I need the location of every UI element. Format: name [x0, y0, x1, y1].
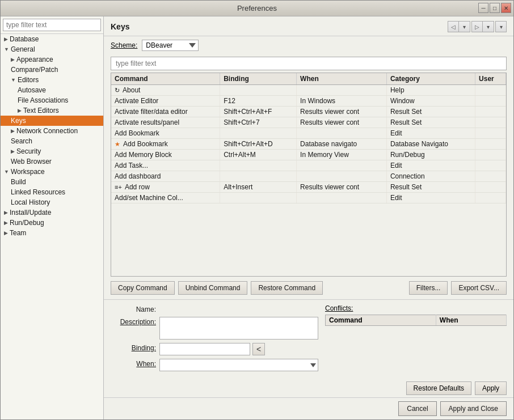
name-row: Name:	[111, 304, 318, 313]
cell-when: In Windows	[297, 96, 387, 107]
binding-input-row: <	[159, 343, 265, 355]
sidebar-item-editors[interactable]: ▼Editors	[1, 75, 103, 85]
cell-when: In Memory View	[297, 150, 387, 160]
sidebar-item-label-keys: Keys	[11, 117, 26, 125]
col-binding[interactable]: Binding	[220, 73, 297, 85]
sidebar-item-team[interactable]: ▶Team	[1, 228, 103, 238]
sidebar-item-autosave[interactable]: Autosave	[1, 85, 103, 95]
scheme-label: Scheme:	[111, 41, 137, 49]
scheme-row: Scheme: DBeaver	[104, 36, 513, 54]
sidebar-item-build[interactable]: Build	[1, 177, 103, 187]
keys-table: Command Binding When Category User ↻ Abo…	[111, 73, 506, 203]
table-row[interactable]: ★ Add BookmarkShift+Ctrl+Alt+DDatabase n…	[111, 139, 506, 150]
copy-command-button[interactable]: Copy Command	[111, 281, 175, 295]
table-row[interactable]: Activate filter/data editorShift+Ctrl+Al…	[111, 107, 506, 117]
sidebar-item-install-update[interactable]: ▶Install/Update	[1, 207, 103, 218]
sidebar-item-label-local-history: Local History	[11, 198, 50, 206]
unbind-command-button[interactable]: Unbind Command	[178, 281, 248, 295]
cell-user	[475, 139, 506, 150]
sidebar-item-search[interactable]: Search	[1, 136, 103, 146]
cell-when: Results viewer cont	[297, 182, 387, 193]
conflicts-table: Command When	[325, 315, 507, 360]
description-input[interactable]	[159, 317, 318, 340]
table-row[interactable]: Add Task...Edit	[111, 160, 506, 171]
command-name: Add Bookmark	[123, 140, 168, 148]
col-command[interactable]: Command	[111, 73, 220, 85]
restore-command-button[interactable]: Restore Command	[251, 281, 323, 295]
sidebar-item-general[interactable]: ▼General	[1, 44, 103, 54]
cell-when: Results viewer cont	[297, 117, 387, 128]
sidebar-item-label-run-debug: Run/Debug	[10, 219, 44, 227]
filters-button[interactable]: Filters...	[409, 281, 448, 295]
forward-dropdown-button[interactable]: ▾	[483, 21, 494, 32]
table-row[interactable]: ≡+ Add rowAlt+InsertResults viewer contR…	[111, 182, 506, 193]
table-row[interactable]: Add dashboardConnection	[111, 171, 506, 182]
cell-user	[475, 128, 506, 139]
col-user[interactable]: User	[475, 73, 506, 85]
sidebar-item-run-debug[interactable]: ▶Run/Debug	[1, 218, 103, 228]
apply-close-button[interactable]: Apply and Close	[440, 401, 507, 416]
sidebar: ▶Database▼General▶AppearanceCompare/Patc…	[1, 16, 104, 419]
cell-user	[475, 193, 506, 203]
back-button[interactable]: ◁	[448, 21, 459, 32]
table-row[interactable]: Add/set Machine Col...Edit	[111, 193, 506, 203]
sidebar-item-appearance[interactable]: ▶Appearance	[1, 54, 103, 65]
binding-input[interactable]	[159, 343, 250, 355]
titlebar: Preferences ─ □ ✕	[1, 1, 513, 16]
tree-container: ▶Database▼General▶AppearanceCompare/Patc…	[1, 34, 103, 238]
sidebar-item-file-associations[interactable]: File Associations	[1, 95, 103, 105]
description-label: Description:	[111, 317, 156, 326]
cell-category: Result Set	[386, 182, 475, 193]
table-row[interactable]: Add BookmarkEdit	[111, 128, 506, 139]
sidebar-item-text-editors[interactable]: ▶Text Editors	[1, 105, 103, 116]
forward-button[interactable]: ▷	[471, 21, 483, 32]
bottom-bar: Cancel Apply and Close	[104, 397, 513, 419]
table-filter-input[interactable]	[111, 57, 507, 70]
cell-category: Edit	[386, 193, 475, 203]
conflicts-col-when: When	[436, 315, 506, 326]
cell-binding: Alt+Insert	[220, 182, 297, 193]
apply-button[interactable]: Apply	[475, 381, 507, 395]
minimize-button[interactable]: ─	[478, 3, 488, 13]
restore-defaults-button[interactable]: Restore Defaults	[406, 381, 471, 395]
sidebar-item-compare-patch[interactable]: Compare/Patch	[1, 65, 103, 75]
sidebar-item-label-team: Team	[10, 229, 26, 237]
tree-arrow-team: ▶	[4, 230, 8, 236]
right-panel: Keys ◁ ▾ ▷ ▾ ▾ Scheme: DB	[104, 16, 513, 419]
scheme-select[interactable]: DBeaver	[142, 40, 199, 51]
sidebar-item-label-linked-resources: Linked Resources	[11, 188, 65, 196]
table-row[interactable]: Add Memory BlockCtrl+Alt+MIn Memory View…	[111, 150, 506, 160]
binding-button[interactable]: <	[252, 343, 265, 355]
maximize-button[interactable]: □	[490, 3, 500, 13]
keys-table-container[interactable]: Command Binding When Category User ↻ Abo…	[111, 73, 507, 277]
sidebar-item-security[interactable]: ▶Security	[1, 146, 103, 156]
when-select[interactable]	[159, 359, 318, 371]
col-category[interactable]: Category	[386, 73, 475, 85]
panel-header: Keys ◁ ▾ ▷ ▾ ▾	[104, 16, 513, 36]
sidebar-item-web-browser[interactable]: Web Browser	[1, 156, 103, 167]
sidebar-item-linked-resources[interactable]: Linked Resources	[1, 187, 103, 197]
export-csv-button[interactable]: Export CSV...	[451, 281, 507, 295]
sidebar-item-label-file-associations: File Associations	[18, 96, 68, 104]
sidebar-filter-input[interactable]	[3, 19, 101, 31]
tree-arrow-network-connection: ▶	[11, 128, 15, 134]
tree-arrow-appearance: ▶	[11, 57, 15, 62]
sidebar-item-label-appearance: Appearance	[16, 56, 53, 63]
menu-button[interactable]: ▾	[495, 21, 507, 32]
sidebar-item-network-connection[interactable]: ▶Network Connection	[1, 126, 103, 136]
sidebar-item-workspace[interactable]: ▼Workspace	[1, 167, 103, 177]
sidebar-item-local-history[interactable]: Local History	[1, 197, 103, 207]
table-row[interactable]: Activate results/panelShift+Ctrl+7Result…	[111, 117, 506, 128]
cell-category: Result Set	[386, 107, 475, 117]
table-row[interactable]: Activate EditorF12In WindowsWindow	[111, 96, 506, 107]
sidebar-item-database[interactable]: ▶Database	[1, 34, 103, 44]
cancel-button[interactable]: Cancel	[398, 401, 436, 416]
col-when[interactable]: When	[297, 73, 387, 85]
cell-when	[297, 85, 387, 96]
close-button[interactable]: ✕	[501, 3, 511, 13]
table-row[interactable]: ↻ AboutHelp	[111, 85, 506, 96]
sidebar-item-keys[interactable]: Keys	[1, 116, 103, 126]
back-dropdown-button[interactable]: ▾	[459, 21, 470, 32]
command-name: Add dashboard	[115, 172, 161, 180]
panel-title: Keys	[111, 22, 129, 31]
